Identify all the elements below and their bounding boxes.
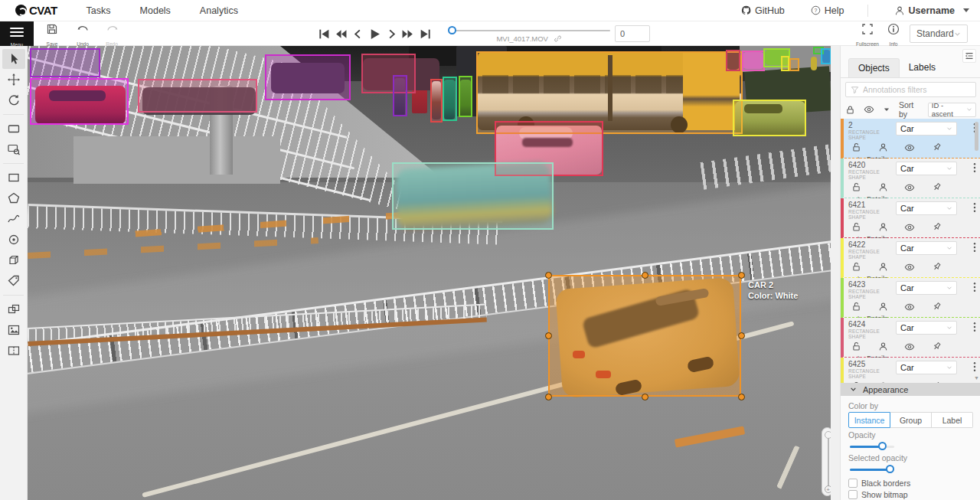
object-label-select[interactable]: Car [896,361,957,374]
info-button[interactable]: Info [882,23,905,49]
object-lock-toggle[interactable] [851,262,861,273]
object-pin-toggle[interactable] [932,342,942,352]
scroll-down-arrow[interactable]: ▼ [974,375,979,381]
object-lock-toggle[interactable] [851,142,861,153]
sort-select[interactable]: ID - ascent [928,103,976,117]
nav-tasks[interactable]: Tasks [87,5,111,16]
draw-cuboid-tool[interactable] [2,250,25,270]
first-frame-button[interactable] [315,25,332,43]
cursor-tool[interactable] [2,49,25,69]
appearance-header[interactable]: Appearance [841,383,980,396]
forward-button[interactable] [400,25,416,43]
previous-frame-button[interactable] [349,25,366,43]
object-lock-toggle[interactable] [851,222,861,233]
frame-slider-track[interactable] [452,30,610,31]
object-pin-toggle[interactable] [932,222,942,233]
box-cyan-small[interactable] [821,48,831,64]
backward-button[interactable] [332,25,349,43]
list-scrollbar[interactable]: ▼ [975,120,979,381]
draw-points-tool[interactable] [2,230,25,250]
object-label-select[interactable]: Car [896,201,957,215]
resize-handle[interactable] [738,332,745,339]
lock-all-button[interactable] [845,105,855,115]
object-pin-toggle[interactable] [932,302,942,312]
tab-objects[interactable]: Objects [848,58,900,77]
merge-tool[interactable] [2,299,25,319]
expand-all-button[interactable] [883,106,890,113]
object-lock-toggle[interactable] [851,342,861,352]
nav-analytics[interactable]: Analytics [200,5,238,16]
frame-slider-handle[interactable] [448,26,456,34]
object-occluded-toggle[interactable] [878,222,888,233]
object-hidden-toggle[interactable] [904,182,915,193]
box-orange-scooter-b[interactable] [789,58,799,71]
object-list-item[interactable]: 6424 RECTANGLE SHAPE Car Details [841,318,980,358]
box-teal-person[interactable] [443,77,457,121]
draw-polygon-tool[interactable] [2,188,25,208]
group-tool[interactable] [2,320,25,340]
opacity-slider-handle[interactable] [878,442,887,450]
box-magenta-red-car[interactable] [30,78,129,125]
scrollbar-thumb[interactable] [975,122,978,151]
object-hidden-toggle[interactable] [904,262,915,273]
box-pink-small[interactable] [742,51,765,71]
nav-models[interactable]: Models [140,5,171,16]
color-by-instance[interactable]: Instance [848,412,890,428]
object-hidden-toggle[interactable] [904,302,915,312]
github-link[interactable]: GitHub [741,5,785,16]
color-by-group[interactable]: Group [890,412,932,428]
frame-slider[interactable]: MVI_4017.MOV [448,21,610,46]
undo-button[interactable]: Undo [69,23,96,49]
resize-handle[interactable] [738,394,745,400]
box-purple-top-left[interactable] [30,48,100,77]
box-selected-gold-car[interactable] [548,275,741,397]
object-occluded-toggle[interactable] [878,142,888,153]
object-pin-toggle[interactable] [932,262,942,273]
color-by-label[interactable]: Label [932,412,973,428]
resize-handle[interactable] [642,272,648,279]
help-link[interactable]: ? Help [811,5,844,16]
draw-polyline-tool[interactable] [2,209,25,229]
box-teal-taxi[interactable] [392,162,554,230]
object-lock-toggle[interactable] [851,302,861,312]
selected-opacity-slider-handle[interactable] [886,465,894,473]
save-button[interactable]: Save [38,23,66,49]
checkbox-box[interactable] [848,479,858,488]
slider-handle[interactable] [825,431,831,439]
object-label-select[interactable]: Car [896,281,957,295]
box-yellow-sedan[interactable] [733,100,806,136]
play-button[interactable] [366,25,383,43]
object-list-item[interactable]: 6421 RECTANGLE SHAPE Car Details [841,198,980,238]
object-occluded-toggle[interactable] [878,302,888,312]
object-pin-toggle[interactable] [932,142,942,153]
object-hidden-toggle[interactable] [904,222,915,233]
object-hidden-toggle[interactable] [904,142,915,153]
object-pin-toggle[interactable] [932,182,942,193]
menu-button[interactable]: Menu [0,21,34,46]
canvas-zoom-slider[interactable]: + [822,427,831,496]
object-occluded-toggle[interactable] [878,262,888,273]
box-magenta-stairs[interactable] [265,54,351,100]
last-frame-button[interactable] [416,25,433,43]
object-list-item[interactable]: 6420 RECTANGLE SHAPE Car Details [841,158,980,198]
tab-labels[interactable]: Labels [900,58,945,77]
link-icon[interactable] [554,34,562,43]
move-tool[interactable] [2,70,25,90]
user-menu[interactable]: Username [894,5,969,16]
box-purple-person[interactable] [393,75,407,116]
box-red-person[interactable] [430,79,443,123]
resize-handle[interactable] [738,272,745,279]
plus-icon[interactable]: + [825,485,831,493]
setup-tag-tool[interactable] [2,271,25,291]
frame-number-input[interactable] [615,25,650,42]
object-label-select[interactable]: Car [896,241,957,255]
box-crimson-small[interactable] [726,50,740,71]
box-rose-dark-car[interactable] [138,79,257,113]
opacity-slider[interactable] [850,442,894,451]
selected-opacity-slider[interactable] [850,465,894,474]
show-bitmap-checkbox[interactable]: Show bitmap [848,490,908,499]
annotation-canvas[interactable]: CAR 2 Color: White + [28,46,831,500]
draw-rectangle-tool[interactable] [2,168,25,188]
annotations-filter-input[interactable] [863,85,971,94]
resize-handle[interactable] [642,394,648,400]
